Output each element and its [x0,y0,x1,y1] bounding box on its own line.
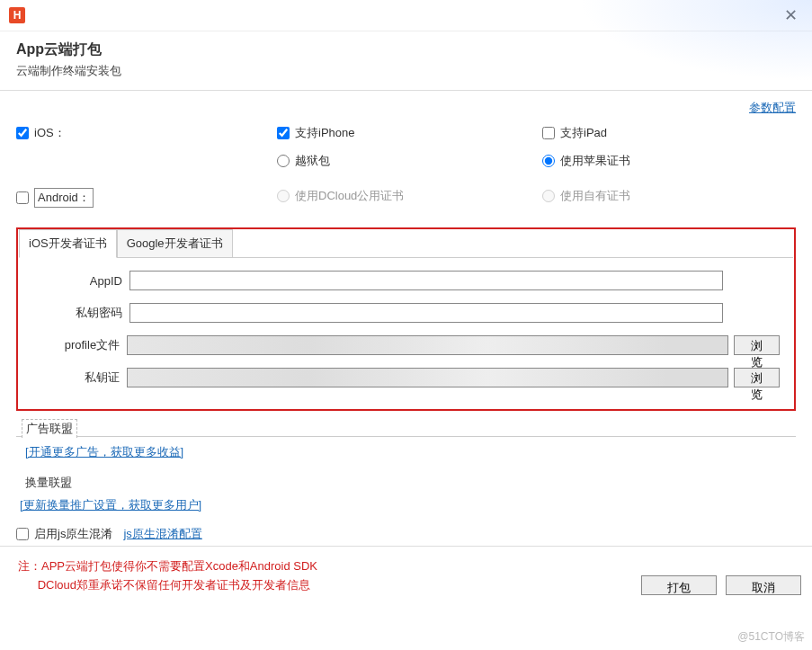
exchange-more-link[interactable]: [更新换量推广设置，获取更多用户] [20,498,201,512]
apple-cert-label: 使用苹果证书 [560,153,630,169]
cert-label: 私钥证 [32,370,120,386]
appid-input[interactable] [129,271,723,290]
jailbreak-label: 越狱包 [295,153,330,169]
appid-label: AppID [32,274,122,288]
app-logo: H [9,7,25,23]
js-mix-config-link[interactable]: js原生混淆配置 [123,526,201,542]
profile-browse-button[interactable]: 浏览 [734,335,780,355]
key-pwd-label: 私钥密码 [32,305,122,321]
support-iphone-checkbox[interactable]: 支持iPhone [277,125,354,141]
page-title: App云端打包 [16,40,796,59]
jailbreak-radio[interactable]: 越狱包 [277,153,330,169]
apple-cert-radio[interactable]: 使用苹果证书 [542,153,630,169]
params-config-link[interactable]: 参数配置 [749,101,796,114]
pack-button[interactable]: 打包 [641,575,717,595]
tab-google-cert[interactable]: Google开发者证书 [117,229,233,258]
close-icon[interactable]: ✕ [779,5,803,25]
dcloud-cert-radio: 使用DCloud公用证书 [277,188,404,204]
cancel-button[interactable]: 取消 [726,575,801,595]
support-ipad-label: 支持iPad [560,125,607,141]
own-cert-label: 使用自有证书 [560,188,630,204]
js-mix-checkbox[interactable]: 启用js原生混淆 [16,526,112,542]
ios-checkbox[interactable]: iOS： [16,125,66,141]
own-cert-radio: 使用自有证书 [542,188,630,204]
js-mix-label: 启用js原生混淆 [34,526,112,542]
cert-input[interactable] [127,368,728,387]
ad-more-link[interactable]: [开通更多广告，获取更多收益] [25,445,183,459]
watermark: @51CTO博客 [737,629,805,645]
key-pwd-input[interactable] [129,303,723,323]
android-label: Android： [34,188,94,208]
ad-section-title: 广告联盟 [22,419,77,438]
footer-note: 注：APP云端打包使得你不需要配置Xcode和Android SDK DClou… [11,552,317,595]
ios-label: iOS： [34,125,66,141]
dcloud-cert-label: 使用DCloud公用证书 [295,188,404,204]
android-checkbox[interactable]: Android： [16,188,94,208]
cert-browse-button[interactable]: 浏览 [734,368,780,387]
page-subtitle: 云端制作终端安装包 [16,63,796,79]
tab-ios-cert[interactable]: iOS开发者证书 [19,229,117,258]
exchange-section-title: 换量联盟 [22,474,76,492]
support-iphone-label: 支持iPhone [295,125,354,141]
profile-input[interactable] [127,335,728,355]
profile-label: profile文件 [32,337,120,353]
cert-config-box: iOS开发者证书 Google开发者证书 AppID 私钥密码 profile文… [16,227,796,411]
support-ipad-checkbox[interactable]: 支持iPad [542,125,607,141]
